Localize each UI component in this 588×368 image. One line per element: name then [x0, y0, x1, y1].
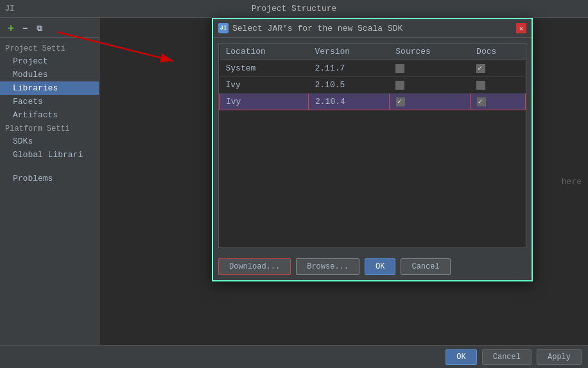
jar-table: Location Version Sources Docs System2.11… — [219, 44, 526, 110]
sidebar-toolbar: + − ⧉ — [0, 21, 99, 38]
cell-location: Ivy — [220, 77, 309, 94]
window-title: Project Structure — [252, 4, 337, 13]
cell-sources[interactable] — [389, 60, 470, 77]
cell-location: Ivy — [220, 94, 309, 110]
cell-version: 2.10.4 — [308, 94, 389, 110]
sidebar-item-problems[interactable]: Problems — [0, 172, 99, 185]
download-button[interactable]: Download... — [218, 258, 291, 275]
project-settings-label: Project Setti — [0, 42, 99, 54]
col-sources: Sources — [389, 44, 470, 60]
table-row[interactable]: Ivy2.10.5 — [220, 77, 526, 94]
right-hint-text: here — [562, 177, 582, 187]
app-logo: JI — [5, 4, 14, 13]
sidebar-item-project[interactable]: Project — [0, 54, 99, 68]
add-button[interactable]: + — [5, 23, 17, 35]
cell-docs[interactable] — [470, 94, 525, 110]
modal-cancel-button[interactable]: Cancel — [401, 258, 450, 275]
modal-ok-button[interactable]: OK — [365, 258, 395, 275]
cell-sources[interactable] — [389, 94, 470, 110]
modal-close-button[interactable]: ✕ — [516, 23, 526, 33]
col-version: Version — [308, 44, 389, 60]
modal-footer: Download... Browse... OK Cancel — [213, 253, 532, 280]
modal-titlebar: JI Select JAR's for the new Scala SDK ✕ — [213, 19, 532, 38]
docs-checkbox[interactable] — [477, 97, 486, 106]
apply-button[interactable]: Apply — [537, 349, 582, 365]
bottom-bar: OK Cancel Apply — [0, 345, 588, 368]
docs-checkbox[interactable] — [476, 64, 485, 73]
sidebar-item-facets[interactable]: Facets — [0, 95, 99, 108]
cancel-button[interactable]: Cancel — [482, 349, 532, 365]
sources-checkbox[interactable] — [395, 64, 404, 73]
col-docs: Docs — [470, 44, 525, 60]
col-location: Location — [220, 44, 309, 60]
sidebar-item-artifacts[interactable]: Artifacts — [0, 108, 99, 122]
cell-docs[interactable] — [470, 60, 525, 77]
modal-body: Location Version Sources Docs System2.11… — [213, 38, 532, 253]
cell-docs[interactable] — [470, 77, 525, 94]
sidebar-item-modules[interactable]: Modules — [0, 68, 99, 81]
sidebar-item-sdks[interactable]: SDKs — [0, 135, 99, 148]
cell-version: 2.10.5 — [308, 77, 389, 94]
sources-checkbox[interactable] — [396, 97, 405, 106]
platform-settings-label: Platform Setti — [0, 122, 99, 135]
docs-checkbox[interactable] — [476, 81, 485, 90]
sources-checkbox[interactable] — [395, 81, 404, 90]
sidebar-item-libraries[interactable]: Libraries — [0, 81, 99, 95]
cell-sources[interactable] — [389, 77, 470, 94]
title-bar: JI Project Structure — [0, 0, 588, 18]
cell-version: 2.11.7 — [308, 60, 389, 77]
table-row[interactable]: System2.11.7 — [220, 60, 526, 77]
table-row[interactable]: Ivy2.10.4 — [220, 94, 526, 110]
jar-table-wrapper[interactable]: Location Version Sources Docs System2.11… — [218, 43, 526, 248]
browse-button[interactable]: Browse... — [296, 258, 359, 275]
modal-title: Select JAR's for the new Scala SDK — [232, 24, 516, 33]
sidebar-item-global-libraries[interactable]: Global Librari — [0, 148, 99, 162]
copy-button[interactable]: ⧉ — [33, 23, 45, 35]
modal-logo: JI — [218, 23, 229, 33]
cell-location: System — [220, 60, 309, 77]
sidebar: + − ⧉ Project Setti Project Modules Libr… — [0, 18, 99, 345]
remove-button[interactable]: − — [19, 23, 31, 35]
ok-button[interactable]: OK — [445, 349, 476, 365]
select-jar-modal: JI Select JAR's for the new Scala SDK ✕ … — [212, 18, 533, 281]
